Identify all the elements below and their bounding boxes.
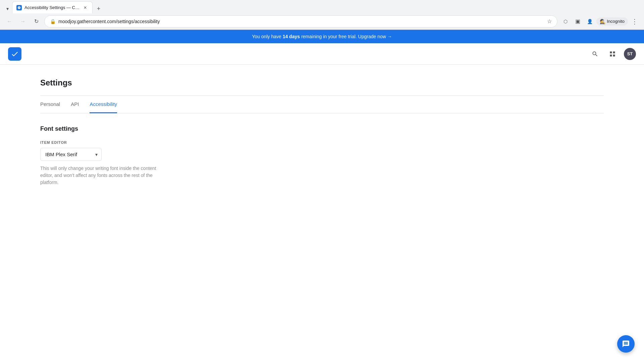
trial-banner: You only have 14 days remaining in your …: [0, 30, 644, 43]
incognito-button[interactable]: 🕵 Incognito: [596, 17, 628, 25]
browser-tab-bar: ▾ Accessibility Settings — Conte ✕ +: [0, 0, 644, 13]
page-title: Settings: [40, 78, 604, 87]
font-helper-text: This will only change your writing font …: [40, 165, 158, 186]
tab-title: Accessibility Settings — Conte: [24, 5, 79, 10]
avatar[interactable]: ST: [624, 48, 636, 60]
incognito-label: Incognito: [607, 19, 625, 24]
star-icon[interactable]: ☆: [547, 18, 552, 24]
settings-section: Font settings ITEM EDITOR IBM Plex Serif…: [40, 125, 604, 186]
lock-icon: 🔒: [50, 19, 56, 24]
browser-toolbar: ← → ↻ 🔒 moodjoy.gathercontent.com/settin…: [0, 13, 644, 29]
active-tab[interactable]: Accessibility Settings — Conte ✕: [12, 1, 93, 13]
back-button[interactable]: ←: [4, 16, 15, 27]
favicon-icon: [17, 6, 21, 9]
search-button[interactable]: [589, 48, 601, 60]
tab-favicon: [16, 5, 22, 10]
profile-icon[interactable]: 👤: [584, 16, 595, 27]
toolbar-actions: ⬡ ▣ 👤 🕵 Incognito ⋮: [560, 16, 640, 27]
reload-button[interactable]: ↻: [31, 16, 42, 27]
incognito-icon: 🕵: [600, 19, 605, 24]
app-logo[interactable]: [8, 47, 21, 61]
banner-text-prefix: You only have: [252, 34, 282, 39]
banner-text-suffix: remaining in your free trial. Upgrade no…: [300, 34, 392, 39]
page-content: Settings Personal API Accessibility Font…: [0, 65, 644, 199]
browser-chrome: ▾ Accessibility Settings — Conte ✕ + ←: [0, 0, 644, 30]
chat-icon: [622, 340, 630, 348]
font-select-wrapper: IBM Plex Serif Arial Georgia Times New R…: [40, 148, 102, 161]
logo-icon: [11, 50, 19, 58]
address-bar[interactable]: 🔒 moodjoy.gathercontent.com/settings/acc…: [44, 15, 557, 27]
sidebar-icon[interactable]: ▣: [572, 16, 583, 27]
address-text: moodjoy.gathercontent.com/settings/acces…: [58, 19, 544, 24]
tab-api[interactable]: API: [71, 96, 79, 113]
avatar-initials: ST: [627, 51, 633, 56]
tab-list-button[interactable]: ▾: [3, 4, 12, 13]
chat-button[interactable]: [617, 335, 635, 353]
banner-days: 14 days: [283, 34, 300, 39]
search-icon: [592, 51, 598, 57]
tab-accessibility[interactable]: Accessibility: [90, 96, 117, 113]
browser-menu-button[interactable]: ⋮: [629, 16, 640, 27]
grid-button[interactable]: [606, 48, 619, 60]
forward-button[interactable]: →: [17, 16, 28, 27]
extensions-icon[interactable]: ⬡: [560, 16, 571, 27]
app-header: ST: [0, 43, 644, 65]
new-tab-button[interactable]: +: [94, 4, 103, 13]
tab-personal[interactable]: Personal: [40, 96, 60, 113]
font-select[interactable]: IBM Plex Serif Arial Georgia Times New R…: [40, 148, 102, 161]
tabs-container: Personal API Accessibility: [40, 96, 604, 113]
header-actions: ST: [589, 48, 636, 60]
tab-group: ▾ Accessibility Settings — Conte ✕ +: [3, 1, 103, 13]
grid-icon: [609, 51, 616, 57]
tab-close-button[interactable]: ✕: [82, 5, 88, 11]
section-title: Font settings: [40, 125, 604, 132]
field-label: ITEM EDITOR: [40, 140, 604, 144]
